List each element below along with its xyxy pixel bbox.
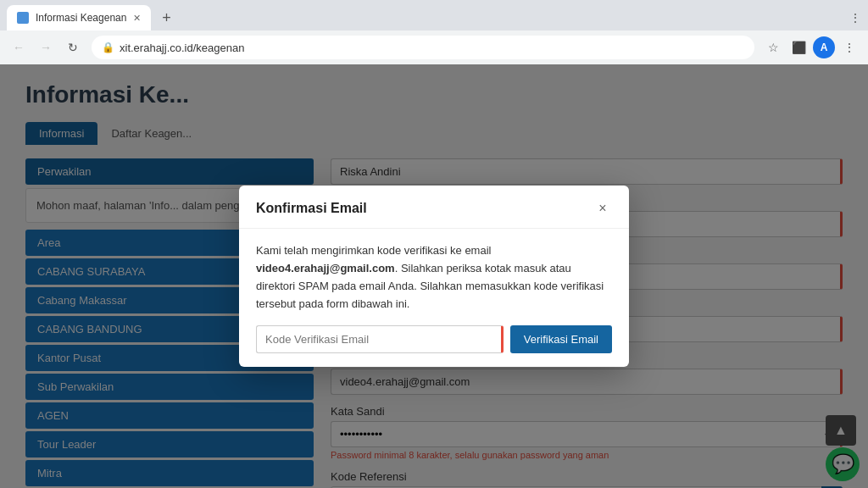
back-button[interactable]: ←: [7, 36, 31, 59]
modal-message: Kami telah mengirimkan kode verifikasi k…: [256, 242, 612, 313]
menu-button[interactable]: ⋮: [837, 36, 861, 59]
tab-close-button[interactable]: ✕: [133, 13, 141, 24]
address-bar[interactable]: 🔒 xit.erahajj.co.id/keagenan: [92, 36, 754, 59]
tab-label: Informasi Keagenan: [36, 12, 126, 24]
reload-button[interactable]: ↻: [61, 36, 85, 59]
modal-overlay: Konfirmasi Email × Kami telah mengirimka…: [0, 64, 868, 488]
tab-more-button[interactable]: ⋮: [849, 11, 861, 25]
url-text: xit.erahajj.co.id/keagenan: [120, 42, 744, 54]
extension-puzzle-icon[interactable]: ⬛: [787, 36, 810, 59]
email-confirmation-modal: Konfirmasi Email × Kami telah mengirimka…: [239, 186, 629, 366]
active-tab[interactable]: Informasi Keagenan ✕: [7, 5, 151, 30]
profile-button[interactable]: A: [812, 36, 836, 59]
modal-header: Konfirmasi Email ×: [239, 186, 629, 229]
forward-button[interactable]: →: [34, 36, 58, 59]
modal-body: Kami telah mengirimkan kode verifikasi k…: [239, 229, 629, 366]
tab-bar: Informasi Keagenan ✕ + ⋮: [0, 0, 868, 30]
modal-input-row: Verifikasi Email: [256, 325, 612, 353]
bookmark-star-icon[interactable]: ☆: [761, 36, 785, 59]
page-content: Informasi Ke... Informasi Daftar Keagen.…: [0, 64, 868, 488]
browser-toolbar: ← → ↻ 🔒 xit.erahajj.co.id/keagenan ☆ ⬛ A…: [0, 30, 868, 64]
modal-title: Konfirmasi Email: [256, 201, 367, 216]
browser-chrome: Informasi Keagenan ✕ + ⋮ ← → ↻ 🔒 xit.era…: [0, 0, 868, 64]
profile-avatar: A: [813, 36, 835, 58]
modal-close-button[interactable]: ×: [593, 199, 612, 218]
modal-email-bold: video4.erahajj@gmail.com: [256, 262, 395, 274]
browser-actions: ☆ ⬛ A ⋮: [761, 36, 861, 59]
verify-email-button[interactable]: Verifikasi Email: [510, 325, 612, 353]
modal-message-part1: Kami telah mengirimkan kode verifikasi k…: [256, 244, 491, 257]
new-tab-button[interactable]: +: [154, 6, 178, 30]
verification-code-input[interactable]: [256, 325, 504, 353]
lock-icon: 🔒: [102, 42, 114, 53]
tab-favicon: [17, 12, 29, 24]
